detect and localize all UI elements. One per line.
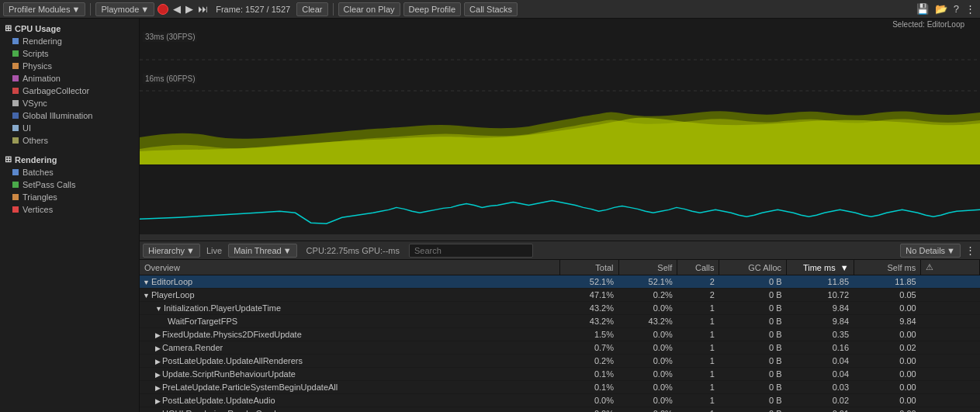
chart-container: Selected: EditorLoop 33ms (30FPS) 16ms (… bbox=[140, 19, 980, 241]
row-gcalloc: 0 B bbox=[719, 275, 787, 289]
row-overview: WaitForTargetFPS bbox=[140, 315, 559, 328]
row-total: 0.2% bbox=[559, 355, 618, 368]
row-total: 52.1% bbox=[559, 275, 618, 289]
sidebar-item-rendering[interactable]: Rendering bbox=[0, 35, 139, 47]
table-row[interactable]: PostLateUpdate.UpdateAllRenderers 0.2% 0… bbox=[140, 355, 980, 368]
sidebar-item-setpass[interactable]: SetPass Calls bbox=[0, 178, 139, 191]
sidebar-item-vertices[interactable]: Vertices bbox=[0, 203, 139, 216]
thread-dropdown[interactable]: Main Thread ▼ bbox=[228, 244, 296, 258]
row-self: 0.0% bbox=[618, 355, 677, 368]
save-icon[interactable]: 💾 bbox=[915, 4, 930, 14]
more-icon[interactable]: ⋮ bbox=[964, 4, 977, 14]
deep-profile-button[interactable]: Deep Profile bbox=[403, 2, 462, 16]
row-overview: PostLateUpdate.UpdateAllRenderers bbox=[140, 355, 559, 368]
col-header-warn: ⚠ bbox=[921, 260, 980, 275]
call-stacks-button[interactable]: Call Stacks bbox=[464, 2, 518, 16]
row-selfms: 0.00 bbox=[854, 368, 921, 381]
profiler-modules-label: Profiler Modules bbox=[9, 5, 70, 14]
sidebar-item-triangles[interactable]: Triangles bbox=[0, 191, 139, 203]
step-forward-button[interactable]: ▶ bbox=[184, 4, 195, 14]
hierarchy-toolbar: Hierarchy ▼ Live Main Thread ▼ CPU:22.75… bbox=[140, 241, 980, 260]
rendering-chart[interactable] bbox=[140, 164, 980, 234]
record-button[interactable] bbox=[158, 4, 168, 15]
expand-icon bbox=[155, 397, 161, 405]
sidebar-item-animation[interactable]: Animation bbox=[0, 72, 139, 85]
gi-color bbox=[12, 113, 19, 119]
divider-2 bbox=[333, 3, 334, 16]
row-overview: FixedUpdate.Physics2DFixedUpdate bbox=[140, 328, 559, 341]
table-row[interactable]: PreLateUpdate.ParticleSystemBeginUpdateA… bbox=[140, 381, 980, 394]
row-selfms: 0.00 bbox=[854, 302, 921, 315]
step-back-button[interactable]: ◀ bbox=[171, 4, 182, 14]
table-row[interactable]: Update.ScriptRunBehaviourUpdate 0.1% 0.0… bbox=[140, 368, 980, 381]
thread-arrow: ▼ bbox=[283, 246, 292, 255]
row-warn bbox=[921, 355, 980, 368]
col-header-timems[interactable]: Time ms ▼ bbox=[787, 260, 854, 275]
gc-label: GarbageCollector bbox=[23, 86, 89, 95]
sidebar-item-ui[interactable]: UI bbox=[0, 122, 139, 134]
skip-forward-button[interactable]: ⏭ bbox=[196, 4, 210, 14]
sidebar-item-batches[interactable]: Batches bbox=[0, 166, 139, 178]
no-details-dropdown[interactable]: No Details ▼ bbox=[900, 244, 961, 258]
table-row[interactable]: Initialization.PlayerUpdateTime 43.2% 0.… bbox=[140, 302, 980, 315]
row-timems: 0.04 bbox=[787, 355, 854, 368]
sidebar-item-gc[interactable]: GarbageCollector bbox=[0, 85, 139, 97]
col-header-overview[interactable]: Overview bbox=[140, 260, 559, 275]
col-header-total[interactable]: Total bbox=[559, 260, 618, 275]
table-row[interactable]: Camera.Render 0.7% 0.0% 1 0 B 0.16 0.02 bbox=[140, 341, 980, 355]
row-gcalloc: 0 B bbox=[719, 407, 787, 413]
play-controls: ◀ ▶ ⏭ bbox=[171, 4, 210, 14]
row-calls: 1 bbox=[677, 355, 719, 368]
table-row[interactable]: UGUI.Rendering.RenderOverlays 0.0% 0.0% … bbox=[140, 407, 980, 413]
sidebar-item-vsync[interactable]: VSync bbox=[0, 97, 139, 109]
row-overview: EditorLoop bbox=[140, 275, 559, 289]
help-icon[interactable]: ? bbox=[952, 4, 961, 14]
table-row[interactable]: FixedUpdate.Physics2DFixedUpdate 1.5% 0.… bbox=[140, 328, 980, 341]
sidebar-item-scripts[interactable]: Scripts bbox=[0, 47, 139, 60]
playmode-arrow: ▼ bbox=[140, 5, 149, 14]
col-header-calls[interactable]: Calls bbox=[677, 260, 719, 275]
hierarchy-dropdown[interactable]: Hierarchy ▼ bbox=[143, 244, 200, 258]
col-header-self[interactable]: Self bbox=[618, 260, 677, 275]
row-timems: 0.04 bbox=[787, 368, 854, 381]
rendering-section-icon: ⊞ bbox=[5, 154, 12, 164]
right-content: Selected: EditorLoop 33ms (30FPS) 16ms (… bbox=[140, 19, 980, 412]
search-input[interactable] bbox=[409, 244, 533, 258]
table-row[interactable]: WaitForTargetFPS 43.2% 43.2% 1 0 B 9.84 … bbox=[140, 315, 980, 328]
row-calls: 1 bbox=[677, 407, 719, 413]
table-row[interactable]: PlayerLoop 47.1% 0.2% 2 0 B 10.72 0.05 bbox=[140, 289, 980, 302]
cpu-chart[interactable]: 33ms (30FPS) 16ms (60FPS) bbox=[140, 29, 980, 164]
animation-label: Animation bbox=[23, 74, 61, 83]
modules-dropdown-arrow: ▼ bbox=[71, 5, 80, 14]
chart-scrollbar[interactable] bbox=[140, 234, 980, 241]
table-row[interactable]: PostLateUpdate.UpdateAudio 0.0% 0.0% 1 0… bbox=[140, 394, 980, 407]
others-color bbox=[12, 137, 19, 144]
row-gcalloc: 0 B bbox=[719, 394, 787, 407]
sidebar-item-physics[interactable]: Physics bbox=[0, 60, 139, 72]
playmode-label: Playmode bbox=[101, 5, 139, 14]
clear-button[interactable]: Clear bbox=[296, 2, 327, 16]
sidebar-item-others[interactable]: Others bbox=[0, 134, 139, 147]
rendering-section-header[interactable]: ⊞ Rendering bbox=[0, 153, 139, 166]
sidebar-item-gi[interactable]: Global Illumination bbox=[0, 109, 139, 122]
profiler-modules-dropdown[interactable]: Profiler Modules ▼ bbox=[3, 2, 85, 16]
vertices-label: Vertices bbox=[23, 205, 53, 214]
clear-on-play-button[interactable]: Clear on Play bbox=[338, 2, 400, 16]
more-options-icon[interactable]: ⋮ bbox=[964, 245, 977, 255]
expand-icon bbox=[143, 279, 150, 286]
load-icon[interactable]: 📂 bbox=[933, 4, 949, 14]
table-header-row: Overview Total Self Calls GC Alloc Time … bbox=[140, 260, 980, 275]
col-header-gcalloc[interactable]: GC Alloc bbox=[719, 260, 787, 275]
expand-icon bbox=[143, 292, 150, 299]
row-self: 0.0% bbox=[618, 394, 677, 407]
col-header-selfms[interactable]: Self ms bbox=[854, 260, 921, 275]
row-calls: 1 bbox=[677, 302, 719, 315]
row-total: 0.1% bbox=[559, 368, 618, 381]
expand-icon bbox=[155, 305, 162, 313]
table-row[interactable]: EditorLoop 52.1% 52.1% 2 0 B 11.85 11.85 bbox=[140, 275, 980, 289]
cpu-section-header[interactable]: ⊞ CPU Usage bbox=[0, 22, 139, 35]
row-self: 0.0% bbox=[618, 407, 677, 413]
row-warn bbox=[921, 302, 980, 315]
playmode-dropdown[interactable]: Playmode ▼ bbox=[95, 2, 154, 16]
row-gcalloc: 0 B bbox=[719, 302, 787, 315]
